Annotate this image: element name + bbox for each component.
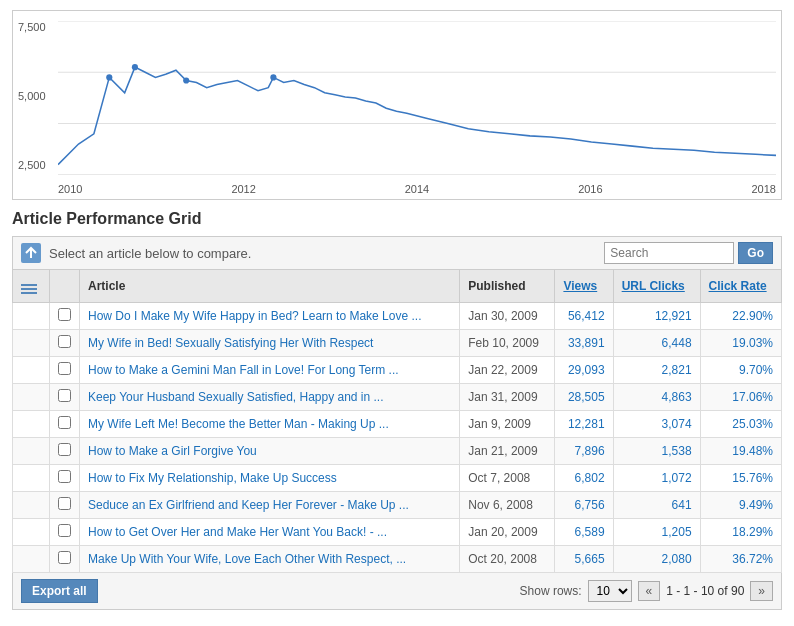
row-checkbox[interactable] [58,389,71,402]
chart-svg [58,21,776,175]
th-urlclicks[interactable]: URL Clicks [613,270,700,303]
row-menu-cell [13,330,50,357]
prev-page-button[interactable]: « [638,581,661,601]
next-page-button[interactable]: » [750,581,773,601]
row-clickrate: 9.49% [700,492,781,519]
row-views: 5,665 [555,546,613,573]
row-checkbox-cell[interactable] [50,357,80,384]
table-row: How to Fix My Relationship, Make Up Succ… [13,465,782,492]
compare-icon[interactable] [21,243,41,263]
x-label-2012: 2012 [231,183,255,195]
export-button[interactable]: Export all [21,579,98,603]
chart-x-axis: 2010 2012 2014 2016 2018 [58,183,776,195]
x-label-2016: 2016 [578,183,602,195]
svg-point-5 [132,64,138,70]
th-menu[interactable] [13,270,50,303]
row-checkbox-cell[interactable] [50,519,80,546]
table-row: Keep Your Husband Sexually Satisfied, Ha… [13,384,782,411]
row-published: Jan 9, 2009 [460,411,555,438]
x-label-2014: 2014 [405,183,429,195]
row-article[interactable]: Make Up With Your Wife, Love Each Other … [80,546,460,573]
pagination: Show rows: 10 25 50 « 1 - 1 - 10 of 90 » [520,580,773,602]
search-box: Go [604,242,773,264]
grid-section: Article Performance Grid Select an artic… [0,210,794,620]
svg-point-4 [106,74,112,80]
menu-lines-icon [21,281,41,297]
row-published: Jan 30, 2009 [460,303,555,330]
row-checkbox[interactable] [58,335,71,348]
row-checkbox[interactable] [58,443,71,456]
page-info: 1 - 1 - 10 of 90 [666,584,744,598]
row-views: 12,281 [555,411,613,438]
rows-per-page-select[interactable]: 10 25 50 [588,580,632,602]
th-clickrate[interactable]: Click Rate [700,270,781,303]
row-article[interactable]: How to Get Over Her and Make Her Want Yo… [80,519,460,546]
row-clickrate: 22.90% [700,303,781,330]
row-checkbox-cell[interactable] [50,303,80,330]
go-button[interactable]: Go [738,242,773,264]
row-checkbox-cell[interactable] [50,465,80,492]
row-views: 6,802 [555,465,613,492]
toolbar: Select an article below to compare. Go [12,236,782,269]
performance-chart: 7,500 5,000 2,500 2010 2012 2014 2016 20… [12,10,782,200]
row-clickrate: 17.06% [700,384,781,411]
row-checkbox[interactable] [58,524,71,537]
search-input[interactable] [604,242,734,264]
row-checkbox[interactable] [58,497,71,510]
row-menu-cell [13,465,50,492]
row-urlclicks: 6,448 [613,330,700,357]
row-checkbox[interactable] [58,551,71,564]
row-clickrate: 25.03% [700,411,781,438]
y-label-top: 7,500 [18,21,46,33]
row-article[interactable]: How Do I Make My Wife Happy in Bed? Lear… [80,303,460,330]
y-label-bottom: 2,500 [18,159,46,171]
row-views: 6,756 [555,492,613,519]
th-views[interactable]: Views [555,270,613,303]
row-menu-cell [13,438,50,465]
row-views: 7,896 [555,438,613,465]
row-checkbox[interactable] [58,470,71,483]
row-published: Feb 10, 2009 [460,330,555,357]
row-article[interactable]: My Wife Left Me! Become the Better Man -… [80,411,460,438]
row-clickrate: 18.29% [700,519,781,546]
row-urlclicks: 1,538 [613,438,700,465]
row-urlclicks: 3,074 [613,411,700,438]
row-checkbox[interactable] [58,308,71,321]
row-published: Jan 31, 2009 [460,384,555,411]
row-views: 28,505 [555,384,613,411]
row-article[interactable]: How to Fix My Relationship, Make Up Succ… [80,465,460,492]
row-views: 29,093 [555,357,613,384]
row-checkbox-cell[interactable] [50,330,80,357]
row-article[interactable]: Seduce an Ex Girlfriend and Keep Her For… [80,492,460,519]
x-label-2018: 2018 [752,183,776,195]
x-label-2010: 2010 [58,183,82,195]
row-views: 33,891 [555,330,613,357]
row-checkbox[interactable] [58,416,71,429]
row-menu-cell [13,357,50,384]
row-checkbox-cell[interactable] [50,438,80,465]
th-check [50,270,80,303]
table-row: How Do I Make My Wife Happy in Bed? Lear… [13,303,782,330]
row-urlclicks: 641 [613,492,700,519]
table-row: My Wife in Bed! Sexually Satisfying Her … [13,330,782,357]
row-menu-cell [13,303,50,330]
row-checkbox-cell[interactable] [50,411,80,438]
row-article[interactable]: Keep Your Husband Sexually Satisfied, Ha… [80,384,460,411]
row-views: 56,412 [555,303,613,330]
row-menu-cell [13,519,50,546]
row-published: Jan 21, 2009 [460,438,555,465]
table-row: Seduce an Ex Girlfriend and Keep Her For… [13,492,782,519]
row-checkbox-cell[interactable] [50,546,80,573]
row-checkbox[interactable] [58,362,71,375]
row-article[interactable]: My Wife in Bed! Sexually Satisfying Her … [80,330,460,357]
table-row: My Wife Left Me! Become the Better Man -… [13,411,782,438]
row-checkbox-cell[interactable] [50,492,80,519]
row-clickrate: 9.70% [700,357,781,384]
row-urlclicks: 12,921 [613,303,700,330]
row-urlclicks: 2,821 [613,357,700,384]
row-article[interactable]: How to Make a Girl Forgive You [80,438,460,465]
svg-point-7 [270,74,276,80]
row-checkbox-cell[interactable] [50,384,80,411]
table-row: How to Get Over Her and Make Her Want Yo… [13,519,782,546]
row-article[interactable]: How to Make a Gemini Man Fall in Love! F… [80,357,460,384]
